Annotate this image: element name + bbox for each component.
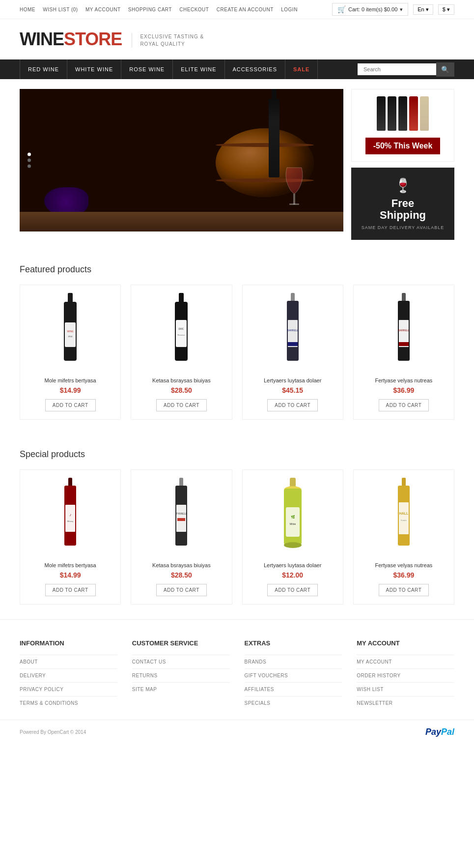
add-to-cart-button-4[interactable]: ADD TO CART (379, 399, 429, 411)
footer-divider-3 (20, 682, 117, 683)
search-icon: 🔍 (441, 66, 449, 73)
featured-product-4: BARRELL Fertyase velyas nutreas $36.99 A… (353, 285, 454, 420)
add-to-cart-button-3[interactable]: ADD TO CART (267, 399, 318, 411)
search-input[interactable] (358, 63, 436, 75)
footer-sitemap[interactable]: SITE MAP (132, 687, 230, 692)
footer-account-link[interactable]: MY ACCOUNT (357, 659, 454, 665)
footer-extras-divider-2 (245, 668, 342, 669)
featured-products-grid: WINE 2014 Mole mifetrs bertyasa $14.99 A… (20, 285, 454, 420)
special-add-to-cart-1[interactable]: ADD TO CART (45, 584, 96, 596)
nav-accessories[interactable]: ACCESSORIES (225, 59, 285, 79)
svg-rect-24 (65, 505, 75, 532)
product-name-3: Lertyaers luytasa dolaer (251, 377, 335, 383)
featured-product-2: DRC Reserve Ketasa bsraysas biuiyas $28.… (131, 285, 232, 420)
footer-customer-service: Customer Service CONTACT US RETURNS SITE… (132, 639, 230, 710)
hero-section: -50% This Week 🍷 FreeShipping SAME DAY D… (0, 79, 474, 250)
footer-my-account: My Account MY ACCOUNT ORDER HISTORY WISH… (357, 639, 454, 710)
nav-wishlist[interactable]: WISH LIST (0) (43, 7, 78, 12)
product-name-1: Mole mifetrs bertyasa (28, 377, 112, 383)
search-button[interactable]: 🔍 (436, 62, 454, 77)
footer-specials[interactable]: SPECIALS (245, 700, 342, 706)
promo-bottle-2 (388, 96, 396, 131)
svg-text:2014: 2014 (68, 335, 73, 338)
promo-discount-box: -50% This Week (351, 89, 454, 162)
special-add-to-cart-3[interactable]: ADD TO CART (267, 584, 318, 596)
paypal-logo: PayPal (425, 727, 454, 737)
special-product-price-1: $14.99 (28, 571, 112, 579)
carousel-dot-3[interactable] (28, 165, 31, 168)
nav-red-wine[interactable]: RED WINE (20, 59, 67, 79)
currency-selector[interactable]: $ ▾ (438, 4, 454, 15)
logo-area: WINESTORE EXCLUSIVE TASTING & ROYAL QUAL… (20, 29, 204, 50)
nav-white-wine[interactable]: WHITE WINE (67, 59, 121, 79)
carousel-dot-2[interactable] (28, 159, 31, 162)
nav-checkout[interactable]: CHECKOUT (179, 7, 209, 12)
carousel-dot-1[interactable] (28, 153, 31, 156)
special-product-image-2: TYRRELL (139, 478, 223, 556)
special-bottle-svg-2: TYRRELL (169, 478, 194, 556)
search-container: 🔍 (358, 62, 454, 77)
svg-text:White: White (289, 522, 296, 525)
bottle-svg-3: BARRELL (280, 293, 305, 372)
nav-login[interactable]: LOGIN (281, 7, 298, 12)
nav-create-account[interactable]: CREATE AN ACCOUNT (217, 7, 274, 12)
svg-rect-36 (286, 507, 300, 537)
footer-newsletter[interactable]: NEWSLETTER (357, 700, 454, 706)
footer-returns[interactable]: RETURNS (132, 673, 230, 678)
cart-button[interactable]: 🛒 Cart: 0 item(s) $0.00 ▾ (332, 3, 408, 16)
paypal-text-1: Pay (425, 727, 441, 737)
special-product-name-1: Mole mifetrs bertyasa (28, 562, 112, 568)
special-bottle-svg-1: J Winery (58, 478, 83, 556)
footer-information-title: Information (20, 639, 117, 647)
footer-extras-title: Extras (245, 639, 342, 647)
bottle-svg-2: DRC Reserve (169, 293, 194, 372)
product-price-3: $45.15 (251, 386, 335, 394)
footer-brands[interactable]: BRANDS (245, 659, 342, 665)
product-price-1: $14.99 (28, 386, 112, 394)
footer-contact[interactable]: CONTACT US (132, 659, 230, 665)
product-name-4: Fertyase velyas nutreas (362, 377, 446, 383)
special-product-image-4: HALL Estate (362, 478, 446, 556)
logo-link[interactable]: WINESTORE (20, 29, 122, 50)
footer-privacy[interactable]: PRIVACY POLICY (20, 687, 117, 692)
svg-point-35 (284, 542, 302, 548)
footer-delivery[interactable]: DELIVERY (20, 673, 117, 678)
svg-text:🌿: 🌿 (290, 515, 295, 519)
footer-divider-4 (20, 696, 117, 696)
special-product-name-2: Ketasa bsraysas biuiyas (139, 562, 223, 568)
special-product-4: HALL Estate Fertyase velyas nutreas $36.… (353, 469, 454, 605)
footer-extras-divider-1 (245, 655, 342, 655)
nav-myaccount[interactable]: MY ACCOUNT (85, 7, 121, 12)
footer-extras: Extras BRANDS GIFT VOUCHERS AFFILIATES S… (245, 639, 342, 710)
bottle-svg-4: BARRELL (391, 293, 416, 372)
svg-text:Winery: Winery (67, 520, 73, 522)
footer-acct-divider-1 (357, 655, 454, 655)
special-products-section: Special products J Winery Mole mifetrs b… (0, 434, 474, 619)
footer-order-history[interactable]: ORDER HISTORY (357, 673, 454, 678)
wine-glass-icon: 🍷 (394, 177, 412, 194)
footer: Information ABOUT DELIVERY PRIVACY POLIC… (0, 619, 474, 720)
special-add-to-cart-4[interactable]: ADD TO CART (379, 584, 429, 596)
nav-home[interactable]: HOME (20, 7, 35, 12)
footer-about[interactable]: ABOUT (20, 659, 117, 665)
special-product-3: 🌿 White Lertyaers luytasa dolaer $12.00 … (242, 469, 343, 605)
footer-affiliates[interactable]: AFFILIATES (245, 687, 342, 692)
svg-text:BARRELL: BARRELL (287, 329, 298, 332)
product-image-3: BARRELL (251, 293, 335, 372)
footer-wishlist-link[interactable]: WISH LIST (357, 687, 454, 692)
add-to-cart-button-1[interactable]: ADD TO CART (45, 399, 96, 411)
nav-rose-wine[interactable]: ROSE WINE (121, 59, 173, 79)
nav-elite-wine[interactable]: ELITE WINE (173, 59, 224, 79)
special-add-to-cart-2[interactable]: ADD TO CART (156, 584, 207, 596)
add-to-cart-button-2[interactable]: ADD TO CART (156, 399, 207, 411)
nav-sale[interactable]: SALE (285, 59, 318, 79)
footer-terms[interactable]: TERMS & CONDITIONS (20, 700, 117, 706)
footer-gift-vouchers[interactable]: GIFT VOUCHERS (245, 673, 342, 678)
carousel-dots (28, 153, 31, 168)
special-products-grid: J Winery Mole mifetrs bertyasa $14.99 AD… (20, 469, 454, 605)
featured-products-section: Featured products WINE 2014 Mole mifetrs… (0, 250, 474, 434)
top-right-controls: 🛒 Cart: 0 item(s) $0.00 ▾ En ▾ $ ▾ (332, 3, 454, 16)
language-selector[interactable]: En ▾ (413, 4, 433, 15)
nav-cart[interactable]: SHOPPING CART (128, 7, 172, 12)
svg-rect-22 (68, 478, 72, 487)
